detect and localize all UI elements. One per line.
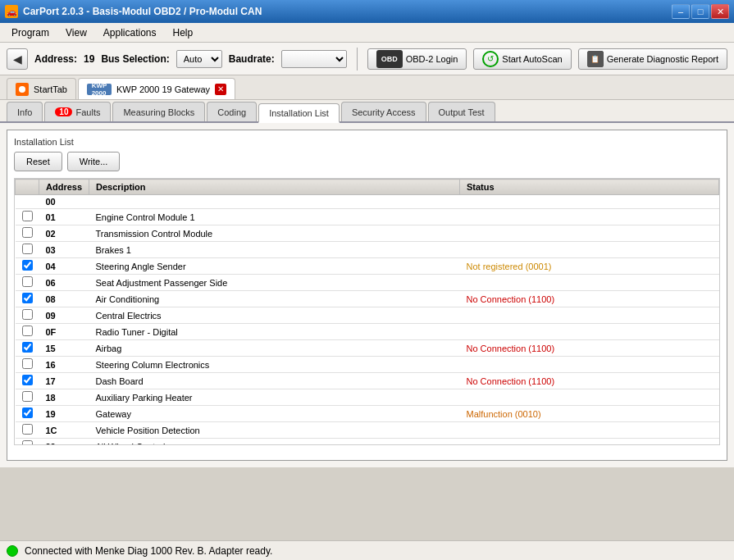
row-description: All Wheel Control: [89, 439, 460, 446]
row-description: Engine Control Module 1: [89, 209, 460, 225]
faults-badge: 10: [55, 107, 72, 116]
row-checkbox[interactable]: [22, 260, 33, 271]
panel-buttons: Reset Write...: [14, 152, 720, 171]
table-row: 22All Wheel Control: [16, 439, 719, 446]
row-status: [460, 324, 719, 340]
tab-coding[interactable]: Coding: [207, 102, 257, 121]
row-status: No Connection (1100): [460, 373, 719, 389]
row-description: Dash Board: [89, 373, 460, 389]
row-status: [460, 242, 719, 258]
table-row: 09Central Electrics: [16, 307, 719, 324]
open-tab-kwp[interactable]: KWP2000 KWP 2000 19 Gateway ✕: [78, 78, 235, 99]
row-status: No Connection (1100): [460, 340, 719, 357]
title-bar-controls: – □ ✕: [672, 4, 729, 19]
row-description: Seat Adjustment Passenger Side: [89, 275, 460, 291]
row-status: [460, 275, 719, 291]
restore-button[interactable]: □: [691, 4, 709, 19]
row-checkbox[interactable]: [22, 227, 33, 238]
row-checkbox[interactable]: [22, 211, 33, 221]
row-status: [460, 357, 719, 373]
row-checkbox[interactable]: [22, 407, 33, 418]
table-row: 16Steering Column Electronics: [16, 357, 719, 373]
row-checkbox[interactable]: [22, 424, 33, 435]
table-row: 00: [16, 195, 719, 209]
main-content: Installation List Reset Write... Address…: [0, 123, 734, 467]
row-address: 22: [39, 439, 89, 446]
row-status: No Connection (1100): [460, 291, 719, 307]
row-status: [460, 209, 719, 225]
reset-button[interactable]: Reset: [14, 152, 62, 171]
row-status: [460, 422, 719, 439]
address-value: 19: [84, 53, 94, 65]
bus-select[interactable]: Auto CAN KWP: [176, 50, 222, 68]
row-address: 08: [39, 291, 89, 307]
tab-measuring[interactable]: Measuring Blocks: [112, 102, 205, 121]
minimize-button[interactable]: –: [672, 4, 690, 19]
autoscan-button[interactable]: ↺ Start AutoScan: [473, 48, 571, 70]
row-checkbox[interactable]: [22, 342, 33, 353]
scan-icon: ↺: [482, 51, 499, 67]
row-address: 15: [39, 340, 89, 357]
row-status: [460, 439, 719, 446]
tab-security[interactable]: Security Access: [341, 102, 426, 121]
row-checkbox[interactable]: [22, 440, 33, 445]
tab-installation[interactable]: Installation List: [258, 103, 340, 123]
menu-view[interactable]: View: [57, 25, 95, 40]
table-row: 15AirbagNo Connection (1100): [16, 340, 719, 357]
status-bar: Connected with Menke Diag 1000 Rev. B. A…: [0, 540, 734, 560]
title-bar: 🚗 CarPort 2.0.3 - Basis-Modul OBD2 / Pro…: [0, 0, 734, 23]
write-button[interactable]: Write...: [67, 152, 121, 171]
menu-bar: Program View Applications Help: [0, 23, 734, 43]
toolbar: ◀ Address: 19 Bus Selection: Auto CAN KW…: [0, 43, 734, 75]
row-checkbox[interactable]: [22, 309, 33, 320]
row-address: 06: [39, 275, 89, 291]
row-description: Air Conditioning: [89, 291, 460, 307]
row-address: 17: [39, 373, 89, 389]
row-checkbox[interactable]: [22, 276, 33, 287]
svg-point-0: [19, 86, 25, 93]
open-tabs-bar: StartTab KWP2000 KWP 2000 19 Gateway ✕: [0, 75, 734, 100]
open-tab-start[interactable]: StartTab: [7, 78, 76, 99]
row-checkbox[interactable]: [22, 375, 33, 385]
installation-table: Address Description Status 0001Engine Co…: [15, 179, 719, 445]
table-row: 04Steering Angle SenderNot registered (0…: [16, 258, 719, 275]
tab-info[interactable]: Info: [7, 102, 43, 121]
table-row: 02Transmission Control Module: [16, 225, 719, 242]
back-button[interactable]: ◀: [7, 48, 28, 70]
row-status: [460, 389, 719, 406]
tab-faults[interactable]: 10 Faults: [44, 102, 111, 121]
tab-output[interactable]: Output Test: [428, 102, 495, 121]
kwp-tab-icon: KWP2000: [87, 84, 112, 95]
row-description: Brakes 1: [89, 242, 460, 258]
baud-select[interactable]: [281, 50, 347, 68]
close-button[interactable]: ✕: [711, 4, 729, 19]
row-checkbox[interactable]: [22, 391, 33, 402]
menu-help[interactable]: Help: [165, 25, 202, 40]
row-address: 02: [39, 225, 89, 242]
row-status: [460, 225, 719, 242]
panel-title: Installation List: [14, 137, 720, 147]
table-row: 03Brakes 1: [16, 242, 719, 258]
row-description: Central Electrics: [89, 307, 460, 324]
table-row: 1CVehicle Position Detection: [16, 422, 719, 439]
table-row: 19GatewayMalfunction (0010): [16, 406, 719, 422]
obd-icon: OBD: [376, 50, 403, 68]
row-address: 09: [39, 307, 89, 324]
row-checkbox[interactable]: [22, 358, 33, 369]
obd-login-button[interactable]: OBD OBD-2 Login: [367, 48, 467, 70]
col-status: Status: [460, 180, 719, 195]
menu-program[interactable]: Program: [3, 25, 57, 40]
installation-table-container[interactable]: Address Description Status 0001Engine Co…: [14, 178, 720, 445]
baud-label: Baudrate:: [229, 53, 275, 65]
table-row: 17Dash BoardNo Connection (1100): [16, 373, 719, 389]
row-checkbox[interactable]: [22, 244, 33, 254]
diag-report-button[interactable]: 📋 Generate Diagnostic Report: [578, 48, 727, 70]
row-address: 01: [39, 209, 89, 225]
row-address: 00: [39, 195, 89, 209]
table-row: 18Auxiliary Parking Heater: [16, 389, 719, 406]
kwp-tab-close[interactable]: ✕: [215, 84, 226, 95]
row-checkbox[interactable]: [22, 293, 33, 303]
menu-applications[interactable]: Applications: [95, 25, 165, 40]
bus-label: Bus Selection:: [101, 53, 169, 65]
row-checkbox[interactable]: [22, 326, 33, 336]
